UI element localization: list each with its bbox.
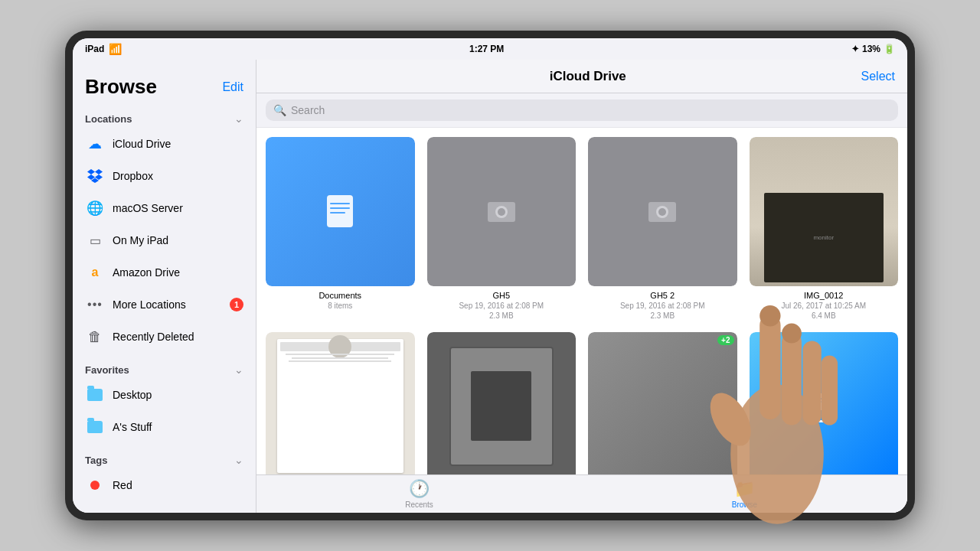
tab-browse[interactable]: 📁 Browse (582, 479, 907, 509)
sidebar-item-desktop[interactable]: Desktop (73, 379, 256, 411)
file-meta-img0012: Jul 26, 2017 at 10:25 AM (781, 302, 866, 310)
content-panel: iCloud Drive Select 🔍 Search (256, 60, 907, 513)
locations-section: Locations ⌄ ☁ iCloud Drive (73, 109, 256, 353)
file-thumb-keynote (750, 332, 899, 475)
svg-rect-2 (330, 207, 350, 209)
bluetooth-icon: ✦ (851, 44, 859, 54)
file-item-keynote[interactable]: Keynote 7 items (750, 332, 899, 475)
ipad-icon: ▭ (85, 230, 105, 250)
amazon-icon: a (85, 262, 105, 282)
macos-icon: 🌐 (85, 198, 105, 218)
file-item-img-hand[interactable]: +2 IMG_... (588, 332, 737, 475)
astuff-folder-icon (85, 417, 105, 437)
select-button[interactable]: Select (861, 70, 895, 83)
file-item-img0012[interactable]: monitor IMG_0012 Jul 26, 2017 at 10:25 A… (750, 137, 899, 320)
svg-rect-0 (327, 195, 353, 227)
svg-marker-12 (822, 412, 826, 421)
desktop-folder-icon (85, 385, 105, 405)
search-icon: 🔍 (273, 104, 286, 116)
svg-rect-13 (818, 420, 829, 422)
sidebar-item-ipad[interactable]: ▭ On My iPad (73, 224, 256, 256)
red-label: Red (113, 479, 243, 491)
sidebar-header: Browse Edit (73, 69, 256, 102)
file-size-gh5: 2.3 MB (489, 311, 514, 320)
dropbox-label: Dropbox (113, 170, 243, 182)
file-meta-gh5: Sep 19, 2016 at 2:08 PM (459, 302, 544, 310)
astuff-label: A's Stuff (113, 421, 243, 433)
more-badge: 1 (230, 298, 243, 311)
sidebar-item-macos[interactable]: 🌐 macOS Server (73, 192, 256, 224)
status-left: iPad 📶 (85, 43, 122, 55)
amazon-label: Amazon Drive (113, 266, 243, 279)
red-tag-icon (85, 475, 105, 495)
svg-point-7 (498, 208, 505, 216)
search-input-wrap[interactable]: 🔍 Search (266, 99, 898, 121)
recents-label: Recents (405, 500, 433, 509)
sidebar-item-more[interactable]: ••• More Locations 1 (73, 289, 256, 321)
sidebar-item-amazon[interactable]: a Amazon Drive (73, 256, 256, 289)
file-thumb-img0012: monitor (750, 137, 899, 286)
desktop-label: Desktop (113, 389, 243, 401)
status-time: 1:27 PM (469, 44, 504, 54)
file-thumb-documents (266, 137, 415, 286)
device-screen: iPad 📶 1:27 PM ✦ 13% 🔋 Browse Edit (73, 38, 907, 513)
file-thumb-img-hand: +2 (588, 332, 737, 475)
tags-header: Tags ⌄ (73, 451, 256, 469)
browse-label: Browse (732, 500, 757, 509)
device-frame: iPad 📶 1:27 PM ✦ 13% 🔋 Browse Edit (65, 31, 915, 520)
file-name-documents: Documents (318, 291, 361, 300)
svg-rect-1 (330, 203, 350, 204)
search-input[interactable]: Search (291, 104, 325, 116)
wifi-icon: 📶 (109, 43, 122, 55)
ipad-label: iPad (85, 44, 104, 54)
tags-section: Tags ⌄ Red (73, 451, 256, 501)
tags-chevron[interactable]: ⌄ (234, 454, 243, 466)
battery-icon: 🔋 (884, 44, 895, 54)
file-meta-documents: 8 items (328, 302, 352, 310)
sidebar-item-icloud[interactable]: ☁ iCloud Drive (73, 128, 256, 160)
file-item-gh52[interactable]: GH5 2 Sep 19, 2016 at 2:08 PM 2.3 MB (588, 137, 737, 320)
file-item-img0248[interactable]: IMG_0248 Yesterday at 10:53 AM 805 KB (427, 332, 577, 475)
status-bar: iPad 📶 1:27 PM ✦ 13% 🔋 (73, 38, 907, 60)
icloud-label: iCloud Drive (113, 138, 243, 150)
deleted-label: Recently Deleted (113, 331, 243, 343)
ipad-label: On My iPad (113, 234, 243, 246)
locations-chevron[interactable]: ⌄ (234, 112, 243, 125)
file-meta-gh52: Sep 19, 2016 at 2:08 PM (620, 302, 705, 310)
img-hand-badge: +2 (717, 335, 733, 345)
file-name-img0012: IMG_0012 (804, 291, 843, 300)
tab-recents[interactable]: 🕐 Recents (256, 479, 582, 509)
svg-point-10 (658, 208, 666, 216)
tab-bar: 🕐 Recents 📁 Browse (256, 474, 907, 513)
file-thumb-img0013 (266, 332, 415, 475)
file-item-img0013[interactable]: IMG_0013 Jul 26, 2017 at 11:14 AM 320 KB (266, 332, 415, 475)
svg-rect-15 (815, 401, 828, 403)
edit-button[interactable]: Edit (222, 80, 243, 94)
locations-title: Locations (85, 113, 132, 125)
sidebar-item-astuff[interactable]: A's Stuff (73, 411, 256, 443)
sidebar-item-red[interactable]: Red (73, 469, 256, 501)
favorites-section: Favorites ⌄ Desktop (73, 360, 256, 443)
file-item-gh5[interactable]: GH5 Sep 19, 2016 at 2:08 PM 2.3 MB (427, 137, 577, 320)
file-item-documents[interactable]: Documents 8 items (266, 137, 415, 320)
tags-title: Tags (85, 455, 107, 466)
sidebar-title: Browse (85, 75, 157, 99)
icloud-icon: ☁ (85, 134, 105, 154)
favorites-header: Favorites ⌄ (73, 360, 256, 379)
file-size-img0012: 6.4 MB (812, 311, 836, 320)
svg-rect-3 (330, 212, 345, 214)
sidebar: Browse Edit Locations ⌄ ☁ iCloud Drive (73, 60, 256, 513)
file-name-gh5: GH5 (492, 291, 510, 300)
file-grid-inner: Documents 8 items (266, 137, 898, 474)
content-header: iCloud Drive Select (256, 60, 907, 93)
sidebar-item-dropbox[interactable]: Dropbox (73, 160, 256, 192)
more-label: More Locations (113, 298, 222, 311)
dropbox-icon (85, 166, 105, 186)
macos-label: macOS Server (113, 202, 243, 214)
favorites-chevron[interactable]: ⌄ (234, 364, 243, 376)
battery-percent: 13% (862, 44, 880, 54)
file-name-gh52: GH5 2 (650, 291, 675, 300)
file-thumb-gh52 (588, 137, 737, 286)
file-thumb-img0248 (427, 332, 577, 475)
sidebar-item-deleted[interactable]: 🗑 Recently Deleted (73, 321, 256, 353)
